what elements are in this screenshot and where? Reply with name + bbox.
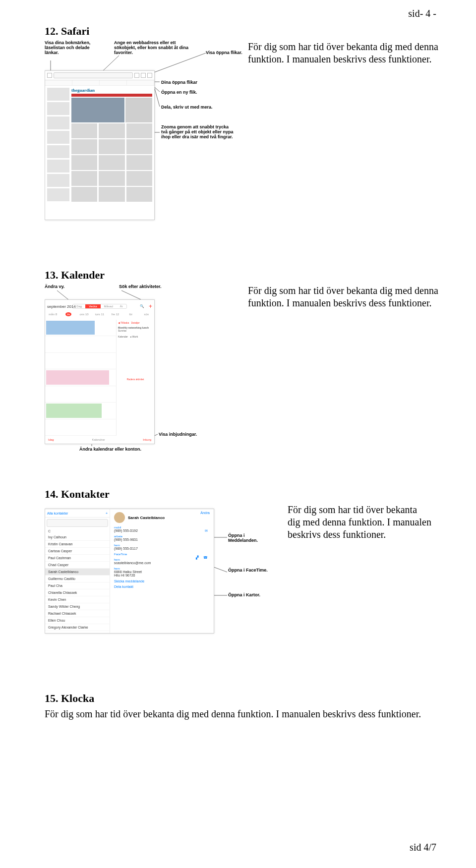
safari-address-bar[interactable] — [54, 72, 133, 78]
event-pink[interactable] — [46, 370, 109, 384]
page-header-corner: sid- 4 - — [408, 8, 436, 19]
callout-messages: Öppna i Meddelanden. — [228, 533, 273, 543]
contact-row[interactable]: Ivy Calhoun — [45, 534, 110, 541]
day-today[interactable]: tis — [60, 313, 76, 320]
seg-year[interactable]: År — [117, 304, 126, 308]
contact-row[interactable]: Carissa Casper — [45, 548, 110, 555]
contact-row[interactable]: Chiarella Chiassek — [45, 589, 110, 596]
kalender-month: september 2014 — [47, 304, 76, 309]
thumb — [47, 102, 69, 115]
field-value: Hilo HI 96720 — [114, 574, 210, 577]
delete-event-button[interactable]: Radera aktivitet — [118, 378, 153, 381]
kalender-add-icon[interactable]: + — [149, 303, 152, 310]
safari-tab[interactable] — [127, 80, 154, 85]
field-value[interactable]: (989) 555-9831 — [114, 538, 210, 541]
contact-row[interactable]: Kristin Canavan — [45, 541, 110, 548]
safari-device: theguardian — [45, 70, 155, 220]
share-icon[interactable] — [134, 73, 139, 78]
safari-tab[interactable] — [72, 80, 100, 85]
field-value[interactable]: (989) 555-0117 — [114, 547, 210, 550]
thumb — [47, 131, 69, 144]
kalender-today-button[interactable]: Idag — [48, 438, 54, 441]
kontakter-detail: Ändra Sarah Castelblanco mobil ✉ (989) 5… — [110, 509, 214, 633]
section-kontakter: 14. Kontakter Öppna i Meddelanden. Öppna… — [45, 488, 441, 662]
callout-invites: Visa inbjudningar. — [159, 432, 197, 437]
callout-your-tabs: Dina öppna flikar — [161, 80, 197, 85]
kontakter-groups-button[interactable]: Alla kontakter — [47, 512, 68, 515]
seg-week[interactable]: Vecka — [85, 304, 100, 308]
new-tab-icon[interactable] — [141, 73, 146, 78]
day[interactable]: fre 12 — [108, 313, 123, 320]
seg-month[interactable]: Månad — [101, 304, 117, 308]
kontakter-body-text: För dig som har tid över bekanta dig med… — [288, 504, 431, 541]
svg-line-2 — [149, 53, 206, 74]
callout-search: Sök efter aktiviteter. — [119, 285, 162, 289]
kalender-figure: Ändra vy. Sök efter aktiviteter. Visa in… — [45, 285, 233, 458]
day[interactable]: sön — [139, 313, 154, 320]
safari-tab[interactable] — [45, 80, 72, 85]
klocka-body-text: För dig som har tid över bekanta dig med… — [45, 708, 441, 720]
nav-strip — [71, 94, 152, 97]
contact-row[interactable]: Paul Cashman — [45, 555, 110, 562]
field-value[interactable]: scastelblanco@me.com — [114, 561, 210, 565]
callout-facetime: Öppna i FaceTime. — [228, 568, 273, 573]
contact-row[interactable]: Ellen Chou — [45, 617, 110, 624]
field-value[interactable]: 6868 Haiku Street — [114, 570, 210, 574]
callout-zoom: Zooma genom att snabbt trycka två gånger… — [161, 125, 236, 140]
kalender-view-segment[interactable]: Dag Vecka Månad År — [72, 304, 127, 309]
kalender-grid[interactable] — [45, 320, 117, 436]
callout-open-tabs: Visa öppna flikar. — [206, 51, 250, 56]
kalender-body-text: För dig som har tid över bekanta dig med… — [248, 285, 441, 309]
send-message-link[interactable]: Skicka meddelande — [114, 579, 210, 583]
heading-kontakter: 14. Kontakter — [45, 488, 441, 501]
event-blue[interactable] — [46, 321, 95, 335]
kalender-calendars-button[interactable]: Kalendrar — [92, 438, 105, 441]
kalender-detail-panel: ◀ Tillbaka Detaljer Monthly networking l… — [117, 320, 154, 436]
safari-tab[interactable] — [100, 80, 127, 85]
contact-row[interactable]: Rachael Chiassek — [45, 610, 110, 617]
contact-name: Sarah Castelblanco — [128, 516, 165, 520]
hero-row — [71, 98, 152, 122]
contact-row[interactable]: Dan Dalagiolau — [45, 631, 110, 633]
share-contact-link[interactable]: Dela kontakt — [114, 585, 210, 588]
kontakter-search[interactable] — [47, 519, 108, 527]
kontakter-figure: Öppna i Meddelanden. Öppna i FaceTime. Ö… — [45, 504, 278, 662]
callout-change-view: Ändra vy. — [45, 285, 64, 289]
contact-row[interactable]: Chad Casper — [45, 562, 110, 569]
message-icon[interactable]: ✉ — [205, 529, 210, 533]
kontakter-section-index: C — [45, 528, 110, 534]
kalender-inbox-button[interactable]: Inkorg — [143, 438, 151, 441]
callout-bookmarks: Visa dina bokmärken, läselistan och dela… — [45, 41, 104, 56]
contact-row-selected[interactable]: Sarah Castelblanco — [45, 569, 110, 576]
day[interactable]: tors 11 — [92, 313, 107, 320]
kalender-search-icon[interactable]: 🔍 — [140, 304, 144, 308]
contact-row[interactable]: Sandy Wilder Cheng — [45, 603, 110, 610]
kalender-days: mån 8 tis ons 10 tors 11 fre 12 lör sön — [45, 313, 154, 320]
thumb — [47, 160, 69, 173]
kontakter-rows: Ivy Calhoun Kristin Canavan Carissa Casp… — [45, 534, 110, 633]
day[interactable]: ons 10 — [76, 313, 92, 320]
contact-row[interactable]: Gregory Alexander Clarke — [45, 624, 110, 631]
day[interactable]: lör — [123, 313, 138, 320]
safari-toolbar — [45, 71, 154, 80]
callout-share: Dela, skriv ut med mera. — [161, 105, 213, 110]
event-green[interactable] — [46, 404, 102, 417]
callout-new-tab: Öppna en ny flik. — [161, 90, 197, 95]
contact-row[interactable]: Guillermo Castillo — [45, 576, 110, 582]
field-value[interactable]: (989) 555-0192 — [114, 529, 210, 532]
section-safari: 12. Safari Visa dina bokmärken, läselist… — [45, 25, 441, 239]
safari-sidebar — [47, 88, 69, 218]
kontakter-add-icon[interactable]: + — [106, 512, 108, 515]
kontakter-list: Alla kontakter + C Ivy Calhoun Kristin C… — [45, 509, 110, 633]
kalender-footer: Idag Kalendrar Inkorg — [45, 436, 154, 444]
tabs-icon[interactable] — [147, 73, 152, 78]
site-title: theguardian — [71, 88, 152, 93]
bookmarks-icon[interactable] — [47, 73, 52, 78]
contact-row[interactable]: Paul Cha — [45, 582, 110, 589]
facetime-icon[interactable]: ▞ ☎ — [196, 556, 210, 560]
contact-row[interactable]: Kevin Chen — [45, 596, 110, 603]
day[interactable]: mån 8 — [45, 313, 60, 320]
safari-tabs — [45, 80, 154, 86]
safari-body-text: För dig som har tid över bekanta dig med… — [248, 41, 441, 65]
kontakter-edit-button[interactable]: Ändra — [200, 511, 210, 515]
